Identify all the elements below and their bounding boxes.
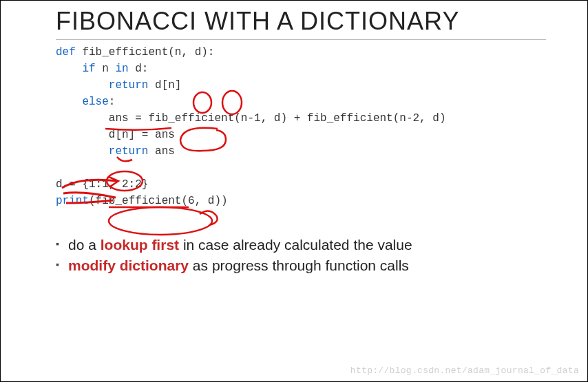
arg-n: n: [175, 46, 182, 59]
expr-dn: d[n]: [155, 79, 181, 92]
bullet-1-pre: do a: [68, 237, 101, 253]
bullet-1: do a lookup first in case already calcul…: [56, 237, 546, 253]
ans-lhs: ans: [56, 112, 135, 125]
paren-open: (: [168, 46, 175, 59]
print-args: (fib_efficient(6, d)): [89, 195, 228, 207]
dn-rhs: = ans: [142, 129, 175, 141]
title-rule: [56, 39, 546, 40]
kw-print: print: [56, 195, 89, 207]
dn-lhs: d[n]: [56, 129, 142, 141]
kw-def: def: [56, 46, 76, 59]
arg-d: d: [195, 46, 202, 59]
bullet-2-post: as progress through function calls: [189, 257, 409, 273]
cond-n: n: [102, 63, 115, 75]
bullet-2-em: modify dictionary: [68, 257, 189, 273]
slide-title: FIBONACCI WITH A DICTIONARY: [56, 8, 546, 35]
ans-rhs: = fib_efficient(n-1, d) + fib_efficient(…: [135, 112, 445, 125]
cond-d: d:: [129, 63, 149, 75]
paren-close: ):: [201, 46, 214, 59]
indent-if: if: [56, 63, 102, 75]
fn-name: fib_efficient: [76, 46, 168, 59]
kw-else: else: [56, 96, 109, 108]
kw-return-1: return: [56, 79, 155, 92]
kw-return-2: return: [56, 145, 155, 158]
watermark-text: http://blog.csdn.net/adam_journal_of_dat…: [350, 365, 579, 376]
kw-in: in: [115, 63, 128, 75]
bullet-list: do a lookup first in case already calcul…: [56, 237, 546, 274]
return-ans: ans: [155, 145, 175, 158]
dict-init: d = {1:1, 2:2}: [56, 178, 148, 191]
bullet-1-em: lookup first: [101, 237, 179, 253]
bullet-2: modify dictionary as progress through fu…: [56, 257, 546, 274]
code-block: def fib_efficient(n, d): if n in d: retu…: [56, 44, 546, 209]
comma: ,: [181, 46, 194, 59]
else-colon: :: [109, 96, 116, 108]
bullet-1-post: in case already calculated the value: [179, 237, 412, 253]
